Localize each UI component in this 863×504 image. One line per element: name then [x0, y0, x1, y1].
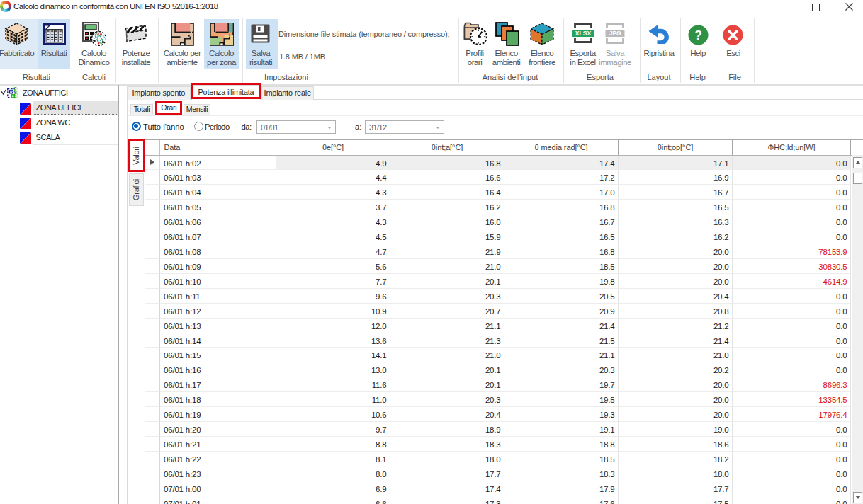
svg-text:?: ? [694, 28, 702, 42]
svg-text:XLSX: XLSX [575, 30, 592, 37]
svg-text:JPG: JPG [609, 30, 621, 37]
